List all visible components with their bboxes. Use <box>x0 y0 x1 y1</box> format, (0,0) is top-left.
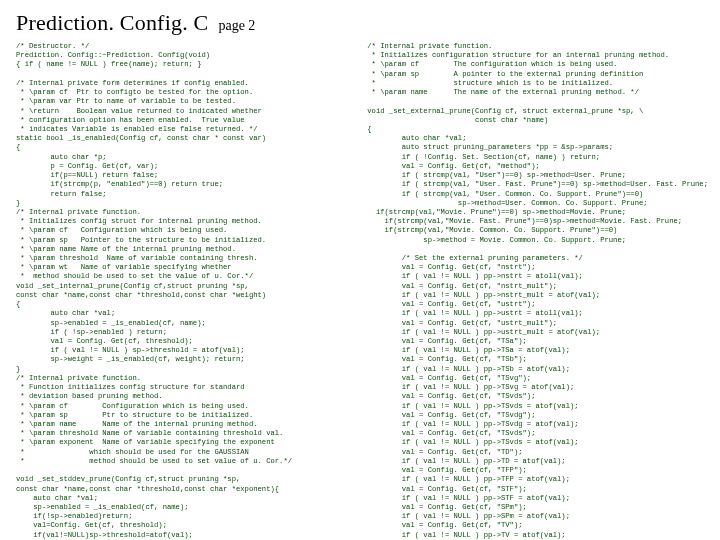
code-block-left: /* Destructor. */ Prediction. Config::~P… <box>16 42 353 540</box>
page-number-label: page 2 <box>218 18 255 34</box>
code-column-right: /* Internal private function. * Initiali… <box>367 42 708 540</box>
code-columns: /* Destructor. */ Prediction. Config::~P… <box>16 42 708 540</box>
code-column-left: /* Destructor. */ Prediction. Config::~P… <box>16 42 353 540</box>
page-title: Prediction. Config. C <box>16 10 208 36</box>
title-row: Prediction. Config. C page 2 <box>16 10 708 36</box>
code-block-right: /* Internal private function. * Initiali… <box>367 42 708 540</box>
page-root: Prediction. Config. C page 2 /* Destruct… <box>0 0 720 540</box>
